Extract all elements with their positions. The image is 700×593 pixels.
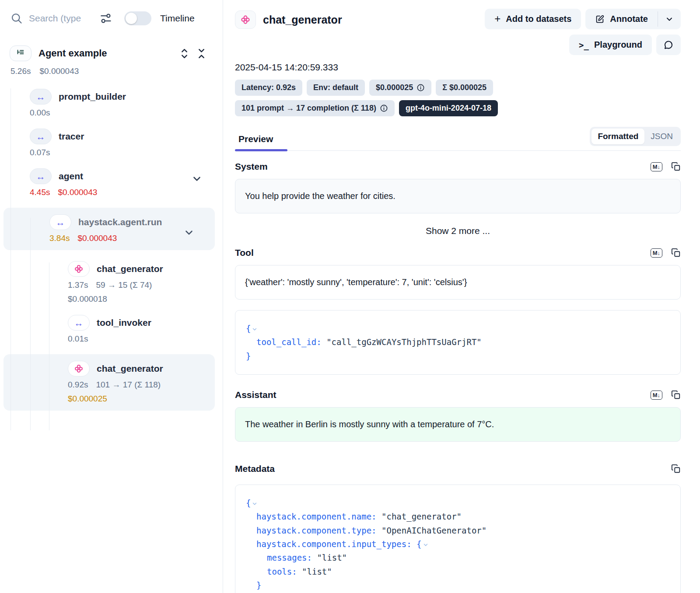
- node-tokens: 101 → 17 (Σ 118): [96, 380, 161, 390]
- info-icon[interactable]: [380, 104, 388, 112]
- list-tree-icon: [16, 49, 25, 58]
- tree-node-chat-generator-1[interactable]: chat_generator 1.37s 59 → 15 (Σ 74) $0.0…: [0, 261, 223, 304]
- generation-type-badge: [235, 10, 256, 29]
- info-icon[interactable]: [416, 84, 425, 92]
- annotate-button[interactable]: Annotate: [585, 9, 658, 29]
- assistant-message-box: The weather in Berlin is mostly sunny wi…: [235, 407, 681, 442]
- terminal-icon: >_: [579, 40, 589, 50]
- span-type-badge: ↔: [49, 214, 71, 230]
- expand-all-icon[interactable]: [179, 48, 190, 59]
- json-key: haystack.component.name:: [256, 512, 377, 521]
- trace-cost: $0.000043: [39, 66, 79, 76]
- node-tokens: 59 → 15 (Σ 74): [96, 280, 152, 290]
- node-duration: 4.45s: [30, 188, 50, 197]
- plus-icon: +: [494, 14, 500, 24]
- speech-bubble-icon: [663, 40, 674, 50]
- generation-pinwheel-icon: [240, 14, 251, 25]
- json-value: "list": [317, 553, 347, 562]
- chevron-down-icon: [665, 15, 674, 24]
- pen-square-icon: [595, 14, 605, 24]
- show-more-button[interactable]: Show 2 more ...: [235, 226, 681, 236]
- chevron-down-icon[interactable]: [191, 173, 203, 185]
- timeline-toggle[interactable]: [124, 11, 151, 25]
- active-tab-indicator: [235, 149, 287, 151]
- node-label: haystack.agent.run: [78, 217, 162, 227]
- search-icon: [10, 12, 23, 24]
- markdown-toggle-icon[interactable]: M↓: [651, 391, 662, 400]
- collapse-chevron-icon[interactable]: [252, 326, 258, 332]
- trace-duration: 5.26s: [10, 66, 31, 76]
- json-value: "OpenAIChatGenerator": [382, 526, 486, 535]
- node-cost: $0.000043: [58, 188, 97, 197]
- annotate-button-group: Annotate: [585, 9, 681, 29]
- timeline-label: Timeline: [160, 13, 195, 24]
- toggle-knob: [126, 13, 137, 24]
- span-tree: ↔ prompt_builder 0.00s ↔ tracer 0.07s ↔ …: [0, 88, 223, 411]
- collapse-chevron-icon[interactable]: [423, 542, 429, 548]
- cost-badge: $0.000025: [369, 80, 431, 96]
- span-icon: ↔: [36, 172, 46, 181]
- trace-root-row[interactable]: Agent example: [10, 45, 214, 61]
- span-icon: ↔: [36, 92, 46, 101]
- playground-button[interactable]: >_ Playground: [569, 35, 652, 55]
- collapse-chevron-icon[interactable]: [252, 501, 258, 507]
- node-duration: 0.92s: [68, 380, 88, 390]
- json-key: tool_call_id:: [256, 337, 322, 347]
- generation-pinwheel-icon: [74, 363, 84, 374]
- markdown-toggle-icon[interactable]: M↓: [651, 162, 662, 171]
- tree-node-prompt-builder[interactable]: ↔ prompt_builder 0.00s: [0, 88, 223, 118]
- generation-type-badge: [68, 261, 90, 277]
- span-type-badge: ↔: [30, 168, 52, 184]
- span-icon: ↔: [74, 318, 84, 328]
- node-duration: 0.00s: [30, 108, 50, 118]
- format-toggle: Formatted JSON: [590, 127, 681, 146]
- node-label: chat_generator: [97, 363, 163, 374]
- latency-badge: Latency: 0.92s: [235, 80, 302, 96]
- node-cost: $0.000043: [77, 234, 117, 243]
- copy-icon[interactable]: [671, 162, 681, 171]
- search-row: Timeline: [0, 0, 223, 25]
- span-type-badge: ↔: [68, 315, 90, 331]
- markdown-toggle-icon[interactable]: M↓: [651, 248, 662, 258]
- observation-detail-panel: chat_generator + Add to datasets Annotat…: [223, 0, 700, 593]
- tree-node-haystack-agent-run[interactable]: ↔ haystack.agent.run 3.84s $0.000043: [4, 208, 215, 250]
- page-title: chat_generator: [263, 14, 342, 26]
- span-icon: ↔: [56, 218, 65, 227]
- filter-settings-icon[interactable]: [100, 12, 112, 24]
- trace-type-badge: [10, 45, 32, 61]
- system-message-box: You help provide the weather for cities.: [235, 179, 681, 213]
- collapse-all-icon[interactable]: [196, 48, 207, 59]
- format-option-json[interactable]: JSON: [644, 129, 679, 144]
- token-usage-badge: 101 prompt → 17 completion (Σ 118): [235, 100, 395, 116]
- node-label: tool_invoker: [97, 317, 151, 328]
- add-to-datasets-button[interactable]: + Add to datasets: [485, 9, 581, 29]
- comments-button[interactable]: [656, 35, 681, 55]
- copy-icon[interactable]: [671, 390, 681, 400]
- trace-meta: 5.26s $0.000043: [10, 66, 223, 76]
- json-key: messages:: [267, 553, 312, 562]
- total-cost-badge: Σ $0.000025: [436, 80, 493, 96]
- json-value: "chat_generator": [382, 512, 462, 521]
- annotate-dropdown-button[interactable]: [658, 9, 681, 29]
- tree-node-tracer[interactable]: ↔ tracer 0.07s: [0, 128, 223, 157]
- app-window: Timeline Agent example 5.26s $0.000043 ↔: [0, 0, 700, 593]
- copy-icon[interactable]: [671, 464, 681, 474]
- json-key: haystack.component.input_types:: [256, 539, 412, 549]
- node-cost: $0.000018: [68, 294, 223, 304]
- generation-pinwheel-icon: [74, 264, 84, 274]
- span-type-badge: ↔: [30, 129, 52, 144]
- node-label: prompt_builder: [59, 91, 126, 102]
- tree-node-tool-invoker[interactable]: ↔ tool_invoker 0.01s: [0, 314, 223, 344]
- search-input[interactable]: [29, 13, 94, 24]
- tab-bar: Preview Formatted JSON: [235, 127, 681, 151]
- section-title-assistant: Assistant: [235, 390, 276, 400]
- tab-preview[interactable]: Preview: [235, 134, 276, 150]
- format-option-formatted[interactable]: Formatted: [592, 129, 644, 144]
- tree-node-chat-generator-2-selected[interactable]: chat_generator 0.92s 101 → 17 (Σ 118) $0…: [4, 354, 215, 411]
- copy-icon[interactable]: [671, 248, 681, 258]
- chevron-down-icon[interactable]: [183, 227, 195, 238]
- node-duration: 3.84s: [49, 234, 70, 243]
- section-title-system: System: [235, 161, 268, 172]
- tree-node-agent[interactable]: ↔ agent 4.45s $0.000043: [0, 168, 223, 197]
- node-cost: $0.000025: [68, 394, 215, 404]
